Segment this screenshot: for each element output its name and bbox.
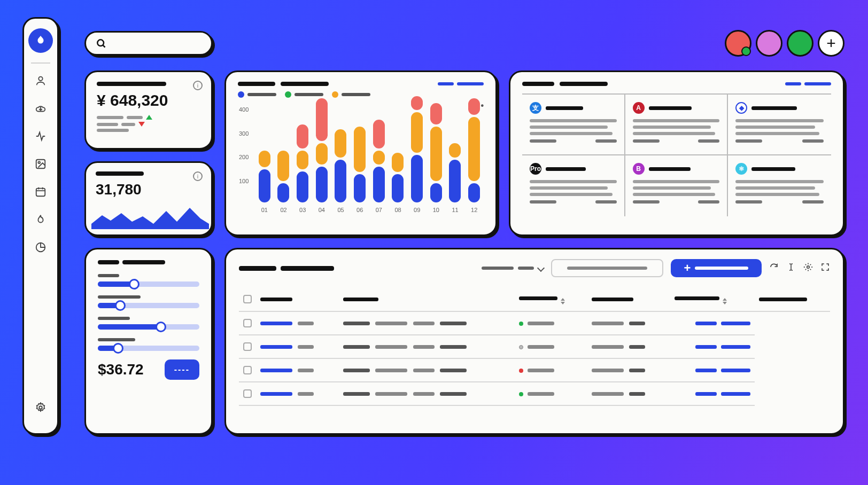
search-input[interactable]	[84, 31, 213, 56]
sliders-card: $36.72 ----	[84, 248, 213, 435]
row-action-2[interactable]	[721, 345, 750, 349]
chart-title	[238, 82, 329, 86]
fullscreen-icon[interactable]	[820, 262, 830, 274]
row-action-2[interactable]	[721, 392, 750, 396]
status-dot	[519, 392, 523, 396]
price-value: $36.72	[98, 361, 144, 378]
table-add-button[interactable]: +	[671, 259, 762, 277]
table-card: +	[224, 248, 844, 435]
delta-down-icon	[138, 122, 145, 127]
chart-link-1[interactable]	[438, 82, 454, 85]
table-row[interactable]	[239, 358, 830, 382]
slider-3[interactable]	[98, 338, 199, 351]
add-avatar-button[interactable]: +	[818, 30, 844, 57]
avatar-2[interactable]	[756, 30, 782, 57]
partner-cell-1[interactable]: A	[625, 95, 728, 155]
revenue-value: ¥ 648,320	[97, 91, 200, 109]
status-dot	[519, 322, 523, 326]
column-header-4[interactable]	[670, 287, 755, 311]
info-icon[interactable]: i	[193, 171, 203, 181]
partners-card: 支 A ◆ Pro B ⚛	[509, 71, 844, 236]
visitors-card: i 31,780	[84, 161, 213, 236]
plus-icon: +	[684, 261, 691, 275]
table-title	[239, 266, 334, 271]
row-action-1[interactable]	[695, 322, 717, 325]
chart-legend	[238, 91, 484, 98]
table-row[interactable]	[239, 311, 830, 335]
row-action-1[interactable]	[695, 392, 717, 396]
table-row[interactable]	[239, 335, 830, 358]
svg-point-2	[38, 161, 40, 163]
column-header-5	[755, 287, 830, 311]
row-checkbox[interactable]	[243, 319, 252, 327]
column-header-3	[587, 287, 670, 311]
sidebar	[22, 17, 59, 435]
slider-1[interactable]	[98, 295, 199, 308]
chart-link-2[interactable]	[457, 82, 484, 85]
nav-calendar-icon[interactable]	[29, 180, 52, 204]
select-all-checkbox[interactable]	[243, 295, 252, 303]
visitors-value: 31,780	[96, 181, 201, 198]
partner-cell-5[interactable]: ⚛	[728, 155, 831, 216]
partners-link-2[interactable]	[804, 82, 831, 85]
gear-icon[interactable]	[803, 262, 813, 274]
partner-cell-4[interactable]: B	[625, 155, 728, 216]
column-header-0	[256, 287, 339, 311]
status-dot	[519, 369, 523, 373]
svg-point-0	[38, 77, 42, 81]
text-cursor-icon[interactable]	[786, 262, 796, 274]
column-header-2[interactable]	[515, 287, 587, 311]
nav-flame-icon[interactable]	[29, 208, 52, 231]
row-checkbox[interactable]	[243, 389, 252, 398]
row-action-2[interactable]	[721, 369, 750, 372]
row-checkbox[interactable]	[243, 342, 252, 351]
row-action-1[interactable]	[695, 369, 717, 372]
sliders-title	[98, 260, 199, 264]
partners-link-1[interactable]	[785, 82, 801, 85]
column-header-1	[339, 287, 515, 311]
nav-activity-icon[interactable]	[29, 124, 52, 148]
nav-download-icon[interactable]	[29, 97, 52, 120]
table-search-field[interactable]	[551, 259, 663, 277]
nav-settings-icon[interactable]	[29, 396, 52, 419]
partners-title	[522, 82, 608, 86]
avatar-group: +	[725, 30, 844, 57]
partner-cell-3[interactable]: Pro	[522, 155, 625, 216]
table-row[interactable]	[239, 382, 830, 405]
slider-0[interactable]	[98, 274, 199, 287]
row-action-2[interactable]	[721, 322, 750, 325]
nav-user-icon[interactable]	[29, 69, 52, 92]
status-dot	[519, 345, 523, 349]
revenue-label	[97, 82, 166, 86]
avatar-1[interactable]	[725, 30, 751, 57]
partner-cell-2[interactable]: ◆	[728, 95, 831, 155]
slider-2[interactable]	[98, 317, 199, 330]
row-action-1[interactable]	[695, 345, 717, 349]
search-icon	[96, 38, 106, 49]
info-icon[interactable]: i	[193, 81, 203, 90]
row-checkbox[interactable]	[243, 366, 252, 374]
delta-up-icon	[146, 115, 152, 120]
nav-image-icon[interactable]	[29, 152, 52, 176]
partner-cell-0[interactable]: 支	[522, 95, 625, 155]
svg-rect-3	[36, 189, 45, 197]
sliders-submit-button[interactable]: ----	[165, 359, 199, 380]
svg-point-5	[97, 40, 104, 46]
refresh-icon[interactable]	[769, 262, 779, 274]
nav-piechart-icon[interactable]	[29, 236, 52, 259]
logo[interactable]	[28, 28, 53, 53]
svg-point-6	[807, 266, 810, 269]
avatar-3[interactable]	[787, 30, 813, 57]
revenue-card: i ¥ 648,320	[84, 71, 213, 150]
chart-card: ••• 100200300400	[224, 71, 497, 236]
table-dropdown[interactable]	[482, 265, 544, 271]
chevron-down-icon	[537, 264, 545, 272]
visitors-label	[96, 171, 144, 176]
sparkline-chart	[91, 200, 209, 229]
svg-point-4	[39, 406, 42, 409]
